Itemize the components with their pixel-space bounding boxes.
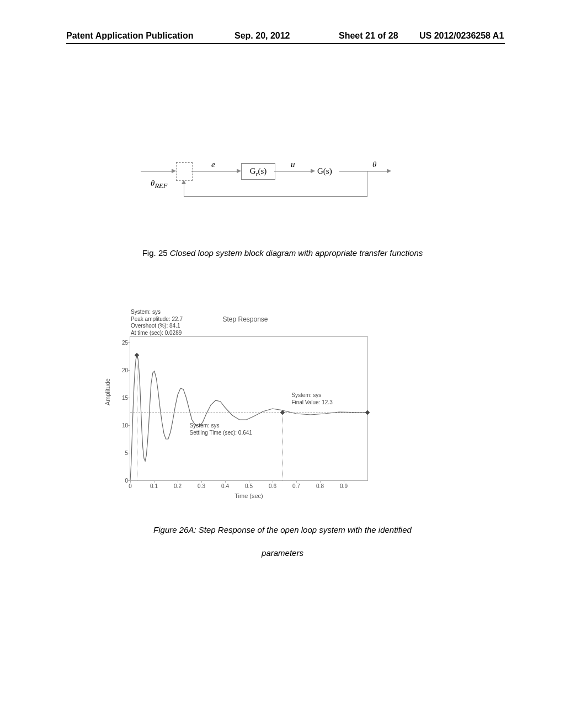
label-error-e: e — [211, 160, 215, 169]
xtick: 0.8 — [316, 483, 324, 489]
closed-loop-block-diagram: θREF e Gr(s) u G(s) θ — [141, 149, 428, 215]
xtick: 0.1 — [150, 483, 158, 489]
final-value-line — [130, 413, 367, 413]
ytick: 10 — [118, 422, 128, 429]
anno-settling: System: sysSettling Time (sec): 0.641 — [190, 422, 252, 436]
header-date: Sep. 20, 2012 — [234, 31, 290, 41]
xtick: 0.5 — [245, 483, 253, 489]
header-pubno: US 2012/0236258 A1 — [419, 31, 504, 41]
block-plant-g: G(s) — [317, 167, 332, 176]
ytick: 20 — [118, 367, 128, 373]
header-pubtype: Patent Application Publication — [66, 31, 194, 41]
block-controller-gr: Gr(s) — [241, 163, 275, 180]
ytick: 25 — [118, 340, 128, 346]
xtick: 0.6 — [269, 483, 276, 489]
anno-final: System: sysFinal Value: 12.3 — [291, 392, 332, 406]
label-theta-out: θ — [372, 160, 376, 169]
anno-peak: System: sys Peak amplitude: 22.7 Oversho… — [131, 309, 183, 336]
chart-title: Step Response — [222, 315, 268, 323]
header-sheet: Sheet 21 of 28 — [339, 31, 398, 41]
chart-xlabel: Time (sec) — [234, 493, 263, 499]
xtick: 0.2 — [174, 483, 182, 489]
step-response-chart: Step Response Amplitude System: sys Peak… — [97, 309, 367, 496]
xtick: 0.7 — [292, 483, 300, 489]
label-theta-ref: θREF — [151, 179, 167, 190]
xtick: 0 — [129, 483, 132, 489]
ytick: 0 — [118, 478, 128, 484]
label-u: u — [291, 160, 295, 169]
figure-26a-caption: Figure 26A: Step Response of the open lo… — [0, 518, 565, 565]
figure-25-caption: Fig. 25 Closed loop system block diagram… — [0, 248, 565, 258]
summing-junction — [176, 162, 193, 181]
ytick: 5 — [118, 450, 128, 456]
chart-plot-area: Time (sec) 051015202500.10.20.30.40.50.6… — [130, 336, 368, 481]
ytick: 15 — [118, 395, 128, 401]
xtick: 0.4 — [221, 483, 229, 489]
xtick: 0.3 — [198, 483, 205, 489]
chart-ylabel: Amplitude — [104, 378, 111, 405]
xtick: 0.9 — [340, 483, 348, 489]
header-rule — [66, 43, 505, 44]
